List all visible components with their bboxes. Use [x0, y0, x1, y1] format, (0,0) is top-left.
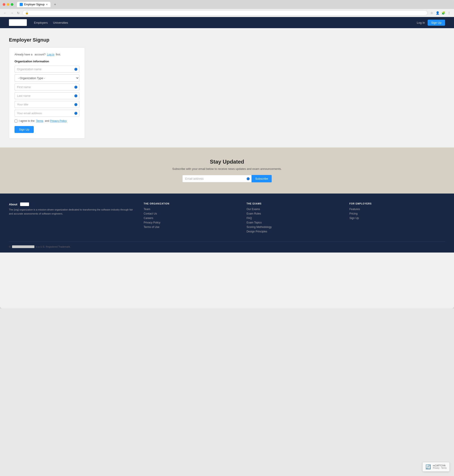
extensions-icon[interactable]: 🧩 [441, 11, 446, 15]
navbar: Employers Universities Log In Sign Up [0, 17, 454, 28]
footer-about-label: About [9, 203, 136, 206]
last-name-field: 🔵 [15, 92, 79, 99]
last-name-icon: 🔵 [74, 94, 77, 98]
user-profile-icon[interactable]: 👤 [435, 11, 440, 15]
bottom-space [0, 253, 454, 308]
navbar-links: Employers Universities [34, 21, 68, 24]
footer: About The [org] organization is a missio… [0, 194, 454, 253]
navbar-auth: Log In Sign Up [417, 20, 445, 26]
footer-link-contact[interactable]: Contact Us [144, 212, 239, 215]
footer-about-description: The [org] organization is a mission-driv… [9, 208, 136, 216]
nav-employers[interactable]: Employers [34, 21, 48, 24]
footer-org-title: THE ORGANIZATION [144, 203, 239, 205]
footer-link-signup[interactable]: Sign Up [349, 217, 445, 220]
footer-link-team[interactable]: Team [144, 208, 239, 211]
tab-favicon [20, 3, 23, 6]
signup-form-button[interactable]: Sign Up [15, 126, 34, 133]
org-info-title: Organization information [15, 60, 79, 63]
already-account-text: Already have a account? Log in first. [15, 53, 79, 56]
nav-universities[interactable]: Universities [53, 21, 68, 24]
browser-toolbar: ← → ↻ 🔒 ☆ 👤 🧩 ⋮ [0, 9, 454, 17]
footer-link-design[interactable]: Design Principles [246, 230, 342, 233]
terms-text: I agree to the Terms and Privacy Policy [19, 119, 67, 122]
title-field: 🔵 [15, 101, 79, 108]
browser-titlebar: Employer Signup ✕ + [0, 0, 454, 9]
footer-org-column: THE ORGANIZATION Team Contact Us Careers… [144, 203, 239, 234]
org-type-select[interactable]: - Organization Type - Corporation Startu… [15, 75, 79, 82]
newsletter-form: 🔵 Subscribe [182, 175, 272, 182]
main-content: Employer Signup Already have a account? … [0, 28, 454, 147]
footer-grid: About The [org] organization is a missio… [9, 203, 445, 234]
page-title: Employer Signup [9, 37, 445, 43]
footer-bottom-logo [12, 245, 34, 248]
first-name-icon: 🔵 [74, 86, 77, 89]
footer-about-column: About The [org] organization is a missio… [9, 203, 136, 234]
email-field: 🔵 [15, 110, 79, 117]
tab-title: Employer Signup [24, 3, 45, 6]
terms-checkbox[interactable] [15, 120, 17, 122]
footer-exams-column: THE EXAMS Our Exams Exam Rules FAQ Exam … [246, 203, 342, 234]
org-name-input[interactable] [15, 66, 79, 73]
back-button[interactable]: ← [3, 11, 8, 15]
email-icon: 🔵 [74, 112, 77, 115]
maximize-window-button[interactable] [11, 3, 13, 6]
first-name-input[interactable] [15, 83, 79, 91]
last-name-input[interactable] [15, 92, 79, 99]
page-wrapper: Employers Universities Log In Sign Up Em… [0, 17, 454, 308]
newsletter-email-input[interactable] [182, 175, 252, 182]
new-tab-button[interactable]: + [52, 2, 58, 7]
email-input[interactable] [15, 110, 79, 117]
subscribe-button[interactable]: Subscribe [252, 175, 272, 182]
bookmark-icon[interactable]: ☆ [429, 11, 434, 15]
minimize-window-button[interactable] [7, 3, 9, 6]
window-controls [3, 3, 13, 6]
footer-employers-title: FOR EMPLOYERS [349, 203, 445, 205]
org-name-icon: 🔵 [74, 68, 77, 71]
footer-link-features[interactable]: Features [349, 208, 445, 211]
newsletter-email-wrapper: 🔵 [182, 175, 252, 182]
footer-exams-title: THE EXAMS [246, 203, 342, 205]
footer-link-exam-rules[interactable]: Exam Rules [246, 212, 342, 215]
terms-row: I agree to the Terms and Privacy Policy [15, 119, 79, 122]
signup-nav-button[interactable]: Sign Up [428, 20, 445, 26]
footer-link-terms[interactable]: Terms of Use [144, 226, 239, 229]
address-bar[interactable]: 🔒 [22, 10, 428, 16]
footer-link-careers[interactable]: Careers [144, 217, 239, 220]
tab-close-button[interactable]: ✕ [46, 3, 48, 6]
footer-link-pricing[interactable]: Pricing [349, 212, 445, 215]
browser-action-icons: ☆ 👤 🧩 ⋮ [429, 11, 451, 15]
close-window-button[interactable] [3, 3, 5, 6]
forward-button[interactable]: → [9, 11, 14, 15]
footer-bottom: © is a U.S. Registered Trademark. [9, 242, 445, 248]
lock-icon: 🔒 [25, 11, 29, 15]
navbar-logo[interactable] [9, 19, 27, 26]
signup-form-card: Already have a account? Log in first. Or… [9, 47, 85, 139]
stay-updated-section: Stay Updated Subscribe with your email b… [0, 147, 454, 194]
footer-link-our-exams[interactable]: Our Exams [246, 208, 342, 211]
newsletter-email-icon: 🔵 [246, 177, 250, 180]
title-input[interactable] [15, 101, 79, 108]
active-tab[interactable]: Employer Signup ✕ [17, 2, 51, 7]
login-link[interactable]: Log in [47, 53, 54, 56]
org-type-field: - Organization Type - Corporation Startu… [15, 75, 79, 82]
footer-link-privacy[interactable]: Privacy Policy [144, 221, 239, 224]
title-icon: 🔵 [74, 103, 77, 106]
footer-link-scoring[interactable]: Scoring Methodology [246, 226, 342, 229]
menu-icon[interactable]: ⋮ [447, 11, 451, 15]
footer-link-exam-topics[interactable]: Exam Topics [246, 221, 342, 224]
footer-link-faq[interactable]: FAQ [246, 217, 342, 220]
login-button[interactable]: Log In [417, 21, 425, 24]
footer-logo [20, 203, 29, 206]
stay-updated-title: Stay Updated [4, 159, 450, 165]
stay-updated-description: Subscribe with your email below to recei… [4, 167, 450, 171]
footer-employers-column: FOR EMPLOYERS Features Pricing Sign Up [349, 203, 445, 234]
first-name-field: 🔵 [15, 83, 79, 91]
privacy-link[interactable]: Privacy Policy [50, 119, 67, 122]
org-name-field: 🔵 [15, 66, 79, 73]
terms-link[interactable]: Terms [36, 119, 43, 122]
refresh-button[interactable]: ↻ [16, 11, 21, 15]
